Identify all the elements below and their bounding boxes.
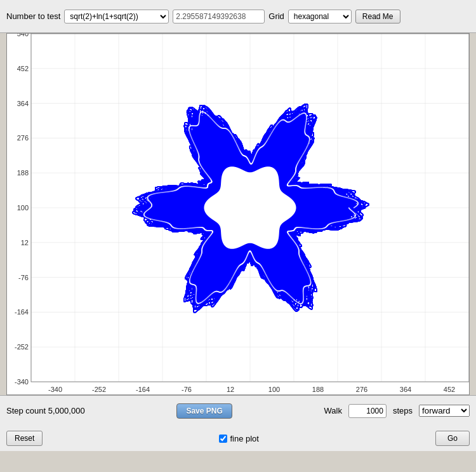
step-count-label: Step count 5,000,000 [6,406,85,415]
number-value-input[interactable]: 2.295587149392638 [173,10,265,24]
grid-label: Grid [268,11,284,21]
fractal-canvas [7,34,469,394]
bottom-bar: Step count 5,000,000 Save PNG Walk 1000 … [0,395,476,426]
direction-select[interactable]: forward backward [419,405,470,417]
number-select[interactable]: sqrt(2)+ln(1+sqrt(2)) sqrt(2) pi e phi [64,10,169,24]
grid-select[interactable]: hexagonal square triangular [288,10,352,24]
read-me-button[interactable]: Read Me [355,10,400,24]
toolbar: Number to test sqrt(2)+ln(1+sqrt(2)) sqr… [0,0,476,33]
step-count-value: 5,000,000 [48,406,85,415]
walk-steps-input[interactable]: 1000 [348,404,387,418]
fine-plot-label: fine plot [230,434,259,443]
number-label: Number to test [6,11,60,21]
plot-area: 54045236427618810012-76-164-252-340 -340… [6,33,470,395]
reset-button[interactable]: Reset [6,431,43,446]
bottom-row2: Reset fine plot Go [0,426,476,451]
go-button[interactable]: Go [435,431,470,446]
steps-label: steps [393,406,413,415]
save-png-button[interactable]: Save PNG [176,403,232,419]
fine-plot-checkbox[interactable] [219,435,227,443]
fine-plot-wrap: fine plot [219,434,259,443]
walk-label: Walk [324,406,342,415]
